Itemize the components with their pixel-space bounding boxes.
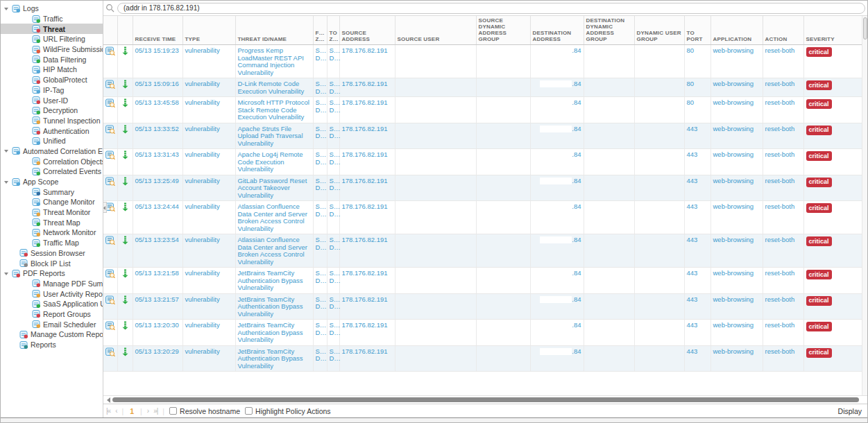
receive-time[interactable]: 05/13 13:45:58 [133, 97, 182, 123]
log-detail-icon[interactable] [105, 202, 115, 212]
action[interactable]: reset-both [763, 320, 803, 346]
threat-type[interactable]: vulnerability [182, 234, 235, 268]
first-page-button[interactable]: |« [106, 407, 110, 415]
sidebar-item-user-id[interactable]: User-ID [1, 95, 103, 105]
vertical-scrollbar-thumb[interactable] [863, 17, 867, 40]
sidebar-item-user-activity-report[interactable]: User Activity Report [1, 288, 103, 299]
action[interactable]: reset-both [763, 78, 803, 97]
application[interactable]: web-browsing [710, 201, 763, 234]
to-zone[interactable]: S… D… [327, 234, 339, 268]
from-zone[interactable]: S… D… [313, 293, 327, 320]
destination-address[interactable]: .84 [572, 150, 581, 158]
sidebar-item-authentication[interactable]: Authentication [1, 126, 103, 136]
receive-time[interactable]: 05/13 13:23:54 [133, 234, 182, 268]
log-detail-icon[interactable] [105, 98, 115, 107]
threat-type[interactable]: vulnerability [182, 345, 235, 372]
destination-address[interactable]: .84 [572, 347, 581, 355]
sidebar-item-traffic-map[interactable]: Traffic Map [1, 238, 103, 248]
sidebar-item-url-filtering[interactable]: URL Filtering [1, 34, 103, 44]
application[interactable]: web-browsing [710, 149, 763, 175]
threat-type[interactable]: vulnerability [182, 45, 235, 78]
receive-time[interactable]: 05/13 13:20:29 [133, 345, 182, 372]
severity-badge[interactable]: critical [806, 270, 832, 279]
action[interactable]: reset-both [763, 175, 803, 201]
threat-type[interactable]: vulnerability [182, 123, 235, 149]
sidebar-item-tunnel-inspection[interactable]: Tunnel Inspection [1, 116, 103, 126]
source-address[interactable]: 178.176.82.191 [339, 201, 395, 234]
from-zone[interactable]: S… D… [313, 345, 327, 372]
severity-badge[interactable]: critical [806, 236, 832, 246]
receive-time[interactable]: 05/13 13:33:52 [133, 123, 182, 149]
action[interactable]: reset-both [763, 234, 803, 268]
severity-badge[interactable]: critical [806, 203, 832, 213]
threat-name-link[interactable]: Atlassian Confluence Data Center and Ser… [235, 201, 313, 234]
from-zone[interactable]: S… D… [313, 320, 327, 346]
to-port[interactable]: 80 [684, 97, 710, 123]
sidebar-item-threat-monitor[interactable]: Threat Monitor [1, 207, 103, 218]
chevron-down-icon[interactable] [3, 179, 10, 185]
threat-name-link[interactable]: JetBrains TeamCity Authentication Bypass… [235, 345, 313, 372]
destination-address[interactable]: .84 [572, 98, 581, 106]
application[interactable]: web-browsing [710, 78, 763, 97]
source-address[interactable]: 178.176.82.191 [339, 45, 395, 78]
receive-time[interactable]: 05/13 13:31:43 [133, 149, 182, 175]
action[interactable]: reset-both [763, 123, 803, 149]
sidebar-item-block-ip-list[interactable]: Block IP List [1, 258, 103, 268]
threat-name-link[interactable]: JetBrains TeamCity Authentication Bypass… [235, 293, 313, 320]
next-page-button[interactable]: › [147, 407, 148, 415]
sidebar-item-threat[interactable]: Threat [1, 24, 103, 34]
col-header-dynamic_user_group[interactable]: DYNAMIC USER GROUP [634, 16, 684, 45]
to-zone[interactable]: S… D… [327, 320, 339, 346]
receive-time[interactable]: 05/13 15:09:16 [133, 78, 182, 97]
application[interactable]: web-browsing [710, 123, 763, 149]
sidebar-item-traffic[interactable]: Traffic [1, 14, 103, 24]
sidebar-item-correlated-events[interactable]: Correlated Events [1, 166, 103, 177]
receive-time[interactable]: 05/13 13:21:57 [133, 293, 182, 320]
to-zone[interactable]: S… D… [327, 149, 339, 175]
col-header-detail[interactable] [103, 16, 117, 45]
col-header-direction[interactable] [117, 16, 133, 45]
sidebar-item-email-scheduler[interactable]: Email Scheduler [1, 319, 103, 329]
destination-address[interactable]: .84 [572, 295, 581, 303]
to-zone[interactable]: S… D… [327, 201, 339, 234]
source-address[interactable]: 178.176.82.191 [339, 97, 395, 123]
col-header-to_zone[interactable]: TO Z… [327, 16, 339, 45]
severity-badge[interactable]: critical [806, 47, 832, 57]
action[interactable]: reset-both [763, 97, 803, 123]
action[interactable]: reset-both [763, 268, 803, 294]
col-header-source_user[interactable]: SOURCE USER [395, 16, 476, 45]
col-header-receive_time[interactable]: RECEIVE TIME [133, 16, 182, 45]
threat-type[interactable]: vulnerability [182, 78, 235, 97]
from-zone[interactable]: S… D… [313, 175, 327, 201]
to-port[interactable]: 443 [684, 123, 710, 149]
threat-name-link[interactable]: Progress Kemp LoadMaster REST API Comman… [235, 45, 313, 78]
threat-name-link[interactable]: GitLab Password Reset Account Takeover V… [235, 175, 313, 201]
severity-badge[interactable]: critical [806, 80, 832, 90]
log-detail-icon[interactable] [105, 236, 115, 245]
to-zone[interactable]: S… D… [327, 175, 339, 201]
action[interactable]: reset-both [763, 345, 803, 372]
source-address[interactable]: 178.176.82.191 [339, 234, 395, 268]
application[interactable]: web-browsing [710, 175, 763, 201]
to-zone[interactable]: S… D… [327, 97, 339, 123]
action[interactable]: reset-both [763, 149, 803, 175]
destination-address[interactable]: .84 [572, 269, 581, 277]
sidebar-item-decryption[interactable]: Decryption [1, 105, 103, 116]
destination-address[interactable]: .84 [572, 236, 581, 243]
from-zone[interactable]: S… D… [313, 78, 327, 97]
application[interactable]: web-browsing [710, 97, 763, 123]
log-detail-icon[interactable] [105, 347, 115, 356]
receive-time[interactable]: 05/13 13:21:58 [133, 268, 182, 294]
to-zone[interactable]: S… D… [327, 268, 339, 294]
application[interactable]: web-browsing [710, 293, 763, 320]
sidebar-item-summary[interactable]: Summary [1, 187, 103, 197]
to-port[interactable]: 80 [684, 45, 710, 78]
source-address[interactable]: 178.176.82.191 [339, 123, 395, 149]
prev-page-button[interactable]: ‹ [115, 407, 117, 415]
sidebar-item-report-groups[interactable]: Report Groups [1, 309, 103, 320]
source-address[interactable]: 178.176.82.191 [339, 320, 395, 346]
to-port[interactable]: 443 [684, 149, 710, 175]
horizontal-scrollbar[interactable] [103, 395, 867, 404]
sidebar-item-ip-tag[interactable]: IP-Tag [1, 85, 103, 96]
to-zone[interactable]: S… D… [327, 123, 339, 149]
